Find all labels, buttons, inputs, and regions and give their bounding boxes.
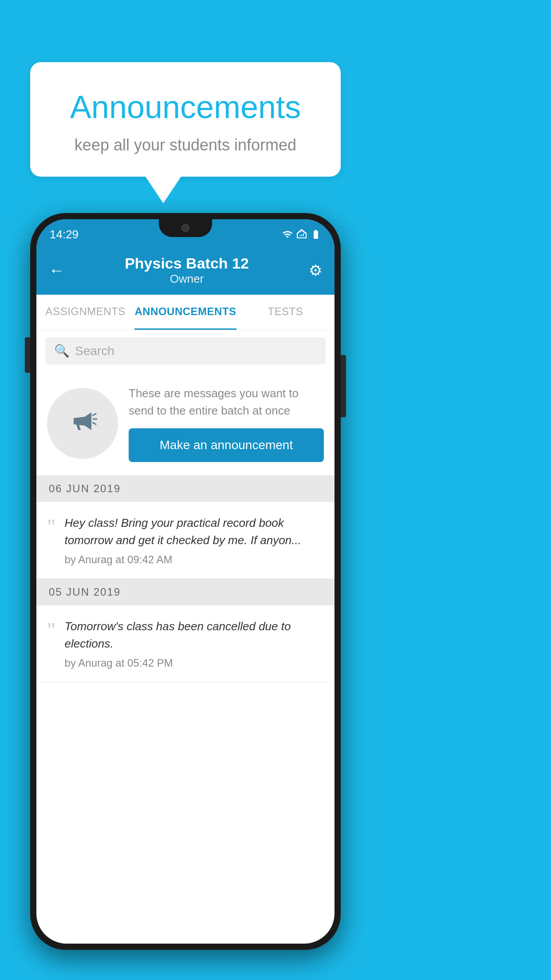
tab-bar: ASSIGNMENTS ANNOUNCEMENTS TESTS [36, 295, 335, 330]
app-bar: ← Physics Batch 12 Owner ⚙ [36, 246, 335, 295]
phone-wrapper: 14:29 [30, 213, 341, 950]
announcement-item-1[interactable]: " Hey class! Bring your practical record… [36, 502, 335, 579]
announcement-content-1: Hey class! Bring your practical record b… [65, 514, 324, 566]
promo-right: These are messages you want to send to t… [129, 385, 324, 462]
search-placeholder: Search [75, 344, 114, 358]
megaphone-icon [65, 406, 100, 441]
announcement-author-1: by Anurag at 09:42 AM [65, 553, 324, 566]
back-button[interactable]: ← [49, 261, 65, 280]
quote-icon-2: " [47, 618, 56, 641]
search-icon: 🔍 [54, 344, 70, 358]
date-section-2: 05 JUN 2019 [36, 579, 335, 605]
svg-line-1 [93, 414, 96, 415]
wifi-icon [282, 229, 293, 240]
speech-bubble-wrapper: Announcements keep all your students inf… [30, 62, 341, 203]
announcement-content-2: Tomorrow's class has been cancelled due … [65, 618, 324, 669]
svg-line-3 [93, 423, 96, 424]
status-icons [282, 229, 321, 240]
announcement-text-2: Tomorrow's class has been cancelled due … [65, 618, 324, 652]
settings-icon[interactable]: ⚙ [309, 261, 322, 279]
battery-icon [311, 229, 321, 240]
speech-bubble-title: Announcements [52, 89, 319, 125]
speech-bubble-tail [146, 177, 181, 203]
speech-bubble: Announcements keep all your students inf… [30, 62, 341, 177]
speech-bubble-subtitle: keep all your students informed [52, 136, 319, 154]
phone-outer: 14:29 [30, 213, 341, 950]
tab-assignments[interactable]: ASSIGNMENTS [36, 295, 134, 330]
tab-tests[interactable]: TESTS [236, 295, 335, 330]
app-bar-title: Physics Batch 12 [125, 255, 249, 272]
date-label-2: 05 JUN 2019 [49, 586, 121, 598]
date-section-1: 06 JUN 2019 [36, 475, 335, 502]
search-bar[interactable]: 🔍 Search [45, 337, 326, 364]
signal-icon [296, 229, 307, 240]
phone-content: 14:29 [36, 219, 335, 944]
scrollable-content: 🔍 Search [36, 330, 335, 944]
tab-announcements[interactable]: ANNOUNCEMENTS [134, 295, 236, 330]
announcement-item-2[interactable]: " Tomorrow's class has been cancelled du… [36, 605, 335, 682]
date-label-1: 06 JUN 2019 [49, 482, 121, 495]
announcement-text-1: Hey class! Bring your practical record b… [65, 514, 324, 549]
announcement-icon-circle [47, 388, 118, 459]
promo-section: These are messages you want to send to t… [36, 371, 335, 475]
make-announcement-button[interactable]: Make an announcement [129, 428, 324, 462]
phone-inner: 14:29 [36, 219, 335, 944]
notch-camera [181, 224, 189, 232]
promo-description: These are messages you want to send to t… [129, 385, 324, 419]
announcement-author-2: by Anurag at 05:42 PM [65, 657, 324, 669]
svg-rect-0 [74, 418, 76, 424]
status-time: 14:29 [50, 228, 79, 241]
app-bar-title-group: Physics Batch 12 Owner [125, 255, 249, 286]
notch [159, 219, 212, 237]
app-bar-subtitle: Owner [125, 272, 249, 286]
quote-icon-1: " [47, 514, 56, 537]
search-container: 🔍 Search [36, 330, 335, 371]
